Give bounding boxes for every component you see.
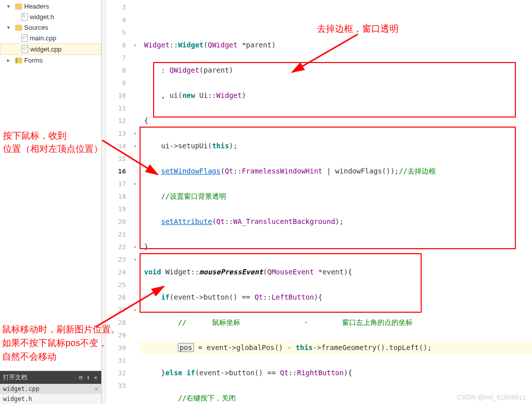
annotation-2-line2: 位置（相对左顶点位置） [3, 143, 103, 155]
highlight-box-1 [153, 62, 516, 118]
tree-label: Headers [24, 3, 49, 10]
tree-label: Forms [24, 56, 43, 64]
highlight-box-2 [140, 127, 516, 249]
cpp-file-icon [21, 34, 28, 42]
folder-icon [15, 4, 22, 10]
highlight-box-3 [140, 253, 422, 313]
tree-label: Sources [24, 24, 48, 31]
open-documents-panel: 打开文档 ⊟ ↕ ✕ widget.cpp✕ widget.h [0, 371, 101, 404]
split-icon[interactable]: ⊟ [78, 374, 84, 381]
watermark: CSDN @m0_61659911 [457, 393, 526, 401]
cpp-file-icon [22, 45, 28, 53]
doc-label: widget.h [3, 395, 32, 402]
folder-icon [15, 25, 22, 31]
line-number-gutter: 3456789101112131415161718192021222324252… [106, 0, 130, 404]
annotation-3-line2: 如果不按下鼠标pos不变， [2, 337, 107, 350]
annotation-3-line1: 鼠标移动时，刷新图片位置。 [2, 323, 120, 336]
h-file-icon [21, 13, 28, 21]
tree-label: widget.cpp [30, 45, 61, 53]
folder-icon [15, 57, 22, 64]
doc-label: widget.cpp [3, 385, 39, 392]
doc-item-widget-cpp[interactable]: widget.cpp✕ [0, 384, 101, 394]
project-tree[interactable]: ▾Headers widget.h ▾Sources main.cpp widg… [0, 0, 101, 371]
annotation-1: 去掉边框，窗口透明 [317, 23, 398, 35]
chevron-right-icon: ▸ [7, 57, 13, 64]
tree-label: main.cpp [30, 34, 56, 42]
chevron-down-icon: ▾ [7, 24, 13, 31]
panel-title: 打开文档 [3, 373, 27, 382]
annotation-3-line3: 自然不会移动 [2, 351, 56, 363]
close-doc-icon[interactable]: ✕ [95, 385, 98, 392]
doc-item-widget-h[interactable]: widget.h [0, 394, 101, 404]
tree-folder-sources[interactable]: ▾Sources [0, 22, 101, 33]
tree-file-main-cpp[interactable]: main.cpp [0, 33, 101, 43]
chevron-down-icon: ▾ [7, 3, 13, 10]
open-documents-header: 打开文档 ⊟ ↕ ✕ [0, 371, 101, 384]
tree-label: widget.h [30, 13, 54, 21]
tree-folder-forms[interactable]: ▸Forms [0, 55, 101, 66]
close-icon[interactable]: ✕ [93, 374, 98, 381]
sort-icon[interactable]: ↕ [86, 374, 91, 381]
annotation-2-line1: 按下鼠标，收到 [3, 130, 66, 142]
tree-folder-headers[interactable]: ▾Headers [0, 1, 101, 12]
tree-file-widget-h[interactable]: widget.h [0, 12, 101, 22]
tree-file-widget-cpp[interactable]: widget.cpp [0, 43, 101, 55]
fold-gutter[interactable]: ▾▾▾▾▾▾▾ [130, 0, 140, 404]
